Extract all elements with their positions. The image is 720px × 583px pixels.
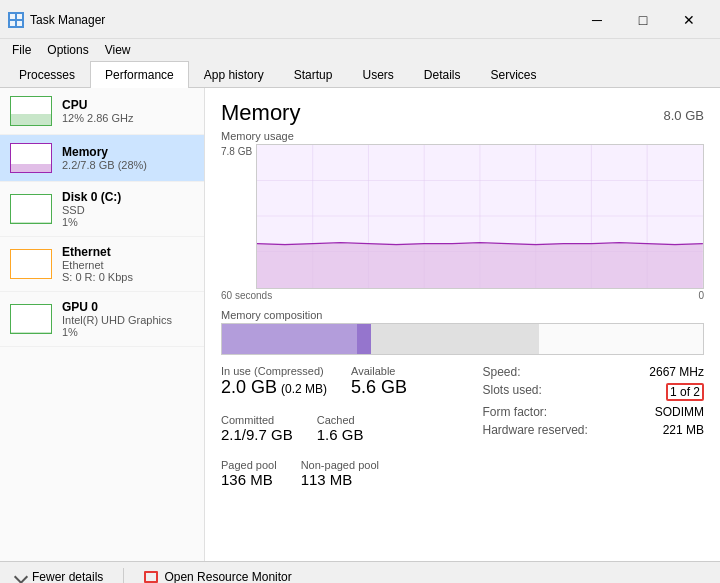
svg-rect-2 xyxy=(10,21,15,26)
cpu-detail: 12% 2.86 GHz xyxy=(62,112,194,124)
content-panel: Memory 8.0 GB Memory usage 7.8 GB xyxy=(205,88,720,561)
close-button[interactable]: ✕ xyxy=(666,6,712,34)
svg-rect-0 xyxy=(10,14,15,19)
chart-max-label: 7.8 GB xyxy=(221,144,252,157)
disk-name: Disk 0 (C:) xyxy=(62,190,194,204)
info-slots: Slots used: 1 of 2 xyxy=(483,383,705,401)
svg-rect-14 xyxy=(257,244,703,288)
info-form-label: Form factor: xyxy=(483,405,548,419)
open-resource-monitor-label: Open Resource Monitor xyxy=(164,570,291,584)
stat-inuse-label: In use (Compressed) xyxy=(221,365,327,377)
ethernet-type: Ethernet xyxy=(62,259,194,271)
comp-standby xyxy=(371,324,539,354)
stat-cached: Cached 1.6 GB xyxy=(317,414,364,443)
open-resource-monitor-button[interactable]: Open Resource Monitor xyxy=(140,568,295,584)
stat-available-value: 5.6 GB xyxy=(351,377,407,398)
chart-time-end: 0 xyxy=(698,290,704,301)
info-speed: Speed: 2667 MHz xyxy=(483,365,705,379)
ethernet-name: Ethernet xyxy=(62,245,194,259)
stat-available-label: Available xyxy=(351,365,407,377)
content-header: Memory 8.0 GB xyxy=(221,100,704,126)
tab-processes[interactable]: Processes xyxy=(4,61,90,88)
memory-composition-chart xyxy=(221,323,704,355)
app-icon xyxy=(8,12,24,28)
disk-type: SSD xyxy=(62,204,194,216)
ethernet-thumbnail xyxy=(10,249,52,279)
stat-committed: Committed 2.1/9.7 GB xyxy=(221,414,293,443)
gpu-usage: 1% xyxy=(62,326,194,338)
cpu-thumbnail xyxy=(10,96,52,126)
menu-view[interactable]: View xyxy=(97,41,139,59)
minimize-button[interactable]: ─ xyxy=(574,6,620,34)
stat-committed-label: Committed xyxy=(221,414,293,426)
sidebar-item-cpu[interactable]: CPU 12% 2.86 GHz xyxy=(0,88,204,135)
memory-composition-section: Memory composition xyxy=(221,309,704,355)
stat-nonpaged-value: 113 MB xyxy=(301,471,379,488)
menubar: File Options View xyxy=(0,39,720,61)
stat-cached-label: Cached xyxy=(317,414,364,426)
memory-thumbnail xyxy=(10,143,52,173)
tab-startup[interactable]: Startup xyxy=(279,61,348,88)
info-slots-value: 1 of 2 xyxy=(666,383,704,401)
svg-rect-3 xyxy=(17,21,22,26)
gpu-model: Intel(R) UHD Graphics xyxy=(62,314,194,326)
tab-details[interactable]: Details xyxy=(409,61,476,88)
stat-paged: Paged pool 136 MB xyxy=(221,459,277,488)
info-slots-label: Slots used: xyxy=(483,383,542,401)
tab-services[interactable]: Services xyxy=(476,61,552,88)
menu-file[interactable]: File xyxy=(4,41,39,59)
comp-modified xyxy=(357,324,371,354)
stat-nonpaged-label: Non-paged pool xyxy=(301,459,379,471)
stat-inuse-sub: (0.2 MB) xyxy=(281,382,327,396)
stat-paged-label: Paged pool xyxy=(221,459,277,471)
sidebar-item-memory[interactable]: Memory 2.2/7.8 GB (28%) xyxy=(0,135,204,182)
tab-app-history[interactable]: App history xyxy=(189,61,279,88)
stat-committed-value: 2.1/9.7 GB xyxy=(221,426,293,443)
sidebar: CPU 12% 2.86 GHz Memory 2.2/7.8 GB (28%)… xyxy=(0,88,205,561)
stats-grid: In use (Compressed) 2.0 GB (0.2 MB) Avai… xyxy=(221,365,704,496)
info-hw-label: Hardware reserved: xyxy=(483,423,588,437)
maximize-button[interactable]: □ xyxy=(620,6,666,34)
sidebar-item-ethernet[interactable]: Ethernet Ethernet S: 0 R: 0 Kbps xyxy=(0,237,204,292)
tab-performance[interactable]: Performance xyxy=(90,61,189,88)
memory-usage-label: Memory usage xyxy=(221,130,704,142)
stat-cached-value: 1.6 GB xyxy=(317,426,364,443)
stat-inuse-value: 2.0 GB xyxy=(221,377,277,398)
ethernet-speed: S: 0 R: 0 Kbps xyxy=(62,271,194,283)
memory-usage-chart xyxy=(256,144,704,289)
info-speed-value: 2667 MHz xyxy=(649,365,704,379)
chart-time-start: 60 seconds xyxy=(221,290,272,301)
stat-available: Available 5.6 GB xyxy=(351,365,407,398)
info-hw-value: 221 MB xyxy=(663,423,704,437)
content-total: 8.0 GB xyxy=(664,108,704,123)
fewer-details-button[interactable]: Fewer details xyxy=(12,568,107,584)
disk-usage: 1% xyxy=(62,216,194,228)
footer-divider xyxy=(123,568,124,584)
svg-rect-1 xyxy=(17,14,22,19)
titlebar: Task Manager ─ □ ✕ xyxy=(0,0,720,39)
fewer-details-label: Fewer details xyxy=(32,570,103,584)
chart-time-labels: 60 seconds 0 xyxy=(221,290,704,301)
stats-right: Speed: 2667 MHz Slots used: 1 of 2 Form … xyxy=(463,365,705,496)
info-form: Form factor: SODIMM xyxy=(483,405,705,419)
sidebar-item-disk[interactable]: Disk 0 (C:) SSD 1% xyxy=(0,182,204,237)
sidebar-item-gpu[interactable]: GPU 0 Intel(R) UHD Graphics 1% xyxy=(0,292,204,347)
footer: Fewer details Open Resource Monitor xyxy=(0,561,720,583)
stat-paged-value: 136 MB xyxy=(221,471,277,488)
memory-detail: 2.2/7.8 GB (28%) xyxy=(62,159,194,171)
tab-users[interactable]: Users xyxy=(347,61,408,88)
info-form-value: SODIMM xyxy=(655,405,704,419)
memory-name: Memory xyxy=(62,145,194,159)
tabbar: Processes Performance App history Startu… xyxy=(0,61,720,88)
info-speed-label: Speed: xyxy=(483,365,521,379)
comp-inuse xyxy=(222,324,357,354)
titlebar-left: Task Manager xyxy=(8,12,105,28)
stats-left: In use (Compressed) 2.0 GB (0.2 MB) Avai… xyxy=(221,365,463,496)
window-controls: ─ □ ✕ xyxy=(574,6,712,34)
app-title: Task Manager xyxy=(30,13,105,27)
main-content: CPU 12% 2.86 GHz Memory 2.2/7.8 GB (28%)… xyxy=(0,88,720,561)
gpu-thumbnail xyxy=(10,304,52,334)
chevron-up-icon xyxy=(14,569,28,583)
menu-options[interactable]: Options xyxy=(39,41,96,59)
memory-composition-label: Memory composition xyxy=(221,309,704,321)
